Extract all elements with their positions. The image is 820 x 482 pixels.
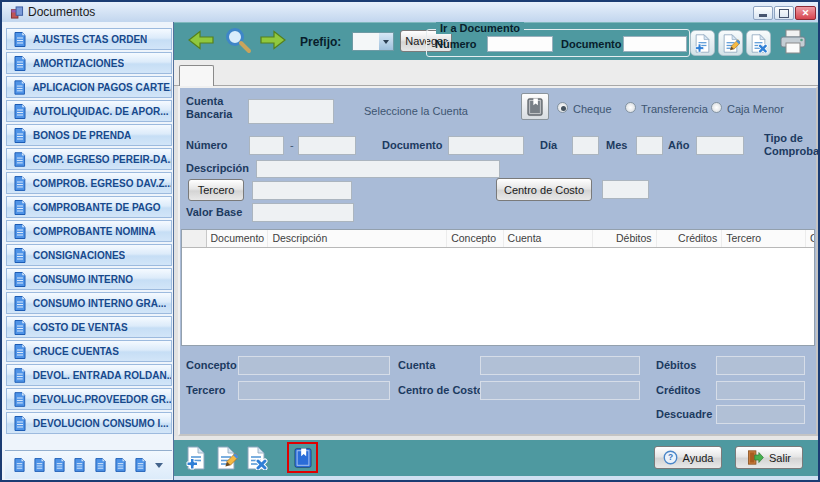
detail-cuenta-field[interactable]	[480, 356, 640, 375]
document-add-icon	[693, 33, 712, 54]
chevron-down-icon[interactable]	[155, 463, 163, 468]
grid-column-concepto[interactable]: Concepto	[447, 230, 503, 247]
centro-de-costo-button[interactable]: Centro de Costo	[496, 178, 592, 201]
combo-arrow-icon	[379, 33, 393, 50]
document-icon	[14, 296, 26, 311]
select-account-button[interactable]	[521, 93, 549, 120]
minimize-button[interactable]	[753, 6, 773, 20]
document-shortcut-icon[interactable]	[14, 458, 25, 472]
sidebar-item-consumo-interno-gra[interactable]: CONSUMO INTERNO GRA...	[6, 292, 172, 314]
document-shortcut-icon[interactable]	[95, 458, 106, 472]
goto-documento-input[interactable]	[623, 36, 687, 52]
sidebar-item-consignaciones[interactable]: CONSIGNACIONES	[6, 244, 172, 266]
edit-document-button[interactable]	[718, 30, 743, 56]
sidebar-item-label: CONSUMO INTERNO	[33, 274, 133, 285]
document-shortcut-icon[interactable]	[34, 458, 45, 472]
ayuda-button[interactable]: Ayuda	[654, 446, 722, 469]
centro-de-costo-input[interactable]	[602, 180, 649, 199]
documento-input[interactable]	[448, 136, 524, 155]
close-button[interactable]	[795, 6, 816, 20]
grid-column-cuenta[interactable]: Cuenta	[504, 230, 593, 247]
document-tab[interactable]	[179, 65, 214, 86]
highlight-box	[287, 442, 318, 473]
sidebar-item-comprobante-nomina[interactable]: COMPROBANTE NOMINA	[6, 220, 172, 242]
sidebar-item-label: COMPROBANTE NOMINA	[33, 226, 156, 237]
centro-de-costo-button-label: Centro de Costo	[504, 184, 584, 196]
sidebar-item-comprob-egreso-dav[interactable]: COMPROB. EGRESO DAV.Z...	[6, 172, 172, 194]
descripcion-label: Descripción	[186, 162, 249, 175]
grid-column-documento[interactable]: Documento	[207, 230, 269, 247]
sidebar-item-label: CONSUMO INTERNO GRA...	[33, 298, 166, 309]
sidebar-item-cruce-cuentas[interactable]: CRUCE CUENTAS	[6, 340, 172, 362]
document-shortcut-icon[interactable]	[74, 458, 85, 472]
document-shortcut-icon[interactable]	[115, 458, 126, 472]
document-icon	[14, 368, 26, 383]
new-record-icon[interactable]	[184, 445, 208, 471]
goto-document-group: Ir a Documento Número Documento	[426, 29, 690, 57]
sidebar-item-comp-egreso-pereir[interactable]: COMP. EGRESO PEREIR-DA...	[6, 148, 172, 170]
grid-column-debitos[interactable]: Débitos	[593, 230, 657, 247]
edit-record-icon[interactable]	[214, 445, 238, 471]
grid-column-tercero[interactable]: Tercero	[722, 230, 806, 247]
sidebar-item-devoluc-proveedor[interactable]: DEVOLUC.PROVEEDOR GR...	[6, 388, 172, 410]
detail-tercero-field[interactable]	[238, 381, 390, 400]
tercero-input[interactable]	[252, 181, 352, 200]
bottom-strip	[174, 476, 820, 482]
maximize-button[interactable]	[774, 6, 794, 20]
sidebar-item-devolucion-consumo[interactable]: DEVOLUCION CONSUMO I...	[6, 412, 172, 434]
grid-body-empty[interactable]	[182, 248, 814, 347]
goto-numero-input[interactable]	[487, 36, 553, 52]
transferencia-radio[interactable]	[625, 102, 636, 113]
detail-concepto-field[interactable]	[238, 356, 390, 375]
tercero-button[interactable]: Tercero	[188, 179, 244, 201]
sidebar-item-aplicacion-pagos[interactable]: APLICACION PAGOS CARTE...	[6, 76, 172, 98]
sidebar-item-devol-entrada-roldan[interactable]: DEVOL. ENTRADA ROLDAN...	[6, 364, 172, 386]
grid-column-creditos[interactable]: Créditos	[657, 230, 723, 247]
document-icon	[14, 152, 26, 167]
sidebar-item-bonos-de-prenda[interactable]: BONOS DE PRENDA	[6, 124, 172, 146]
sidebar-overflow-bar	[5, 450, 172, 479]
sidebar-item-consumo-interno[interactable]: CONSUMO INTERNO	[6, 268, 172, 290]
cheque-radio-label: Cheque	[573, 103, 612, 115]
save-book-icon[interactable]	[293, 447, 313, 469]
sidebar-item-ajustes-ctas-orden[interactable]: AJUSTES CTAS ORDEN	[6, 28, 172, 50]
delete-document-button[interactable]	[746, 30, 771, 56]
numero-prefijo-input[interactable]	[249, 136, 284, 155]
sidebar-item-label: DEVOLUC.PROVEEDOR GR...	[33, 394, 171, 405]
cheque-radio[interactable]	[557, 102, 568, 113]
previous-arrow-icon[interactable]	[188, 30, 214, 50]
goto-numero-label: Número	[435, 38, 477, 51]
add-document-button[interactable]	[690, 30, 715, 56]
app-icon	[10, 6, 24, 19]
document-shortcut-icon[interactable]	[54, 458, 65, 472]
descripcion-input[interactable]	[256, 160, 500, 178]
sidebar-item-comprobante-de-pago[interactable]: COMPROBANTE DE PAGO	[6, 196, 172, 218]
print-icon[interactable]	[778, 29, 808, 55]
search-icon[interactable]	[224, 26, 252, 54]
salir-button[interactable]: Salir	[735, 446, 803, 469]
exit-door-icon	[747, 450, 764, 465]
grid-column-c[interactable]: C	[806, 230, 814, 247]
document-icon	[14, 32, 26, 47]
grid-column-descripcion[interactable]: Descripción	[268, 230, 447, 247]
descuadre-label: Descuadre	[656, 408, 712, 421]
cuenta-bancaria-input[interactable]	[248, 99, 334, 124]
documents-grid[interactable]: Documento Descripción Concepto Cuenta Dé…	[181, 229, 815, 346]
sidebar-item-costo-de-ventas[interactable]: COSTO DE VENTAS	[6, 316, 172, 338]
caja-menor-radio[interactable]	[711, 102, 722, 113]
dia-input[interactable]	[572, 136, 599, 155]
valor-base-input[interactable]	[252, 203, 354, 222]
prefijo-select[interactable]	[352, 32, 394, 51]
sidebar-item-amortizaciones[interactable]: AMORTIZACIONES	[6, 52, 172, 74]
next-arrow-icon[interactable]	[260, 30, 286, 50]
mes-input[interactable]	[636, 136, 663, 155]
sidebar-item-autoliquidac[interactable]: AUTOLIQUIDAC. DE APOR...	[6, 100, 172, 122]
delete-record-icon[interactable]	[244, 445, 268, 471]
cuenta-bancaria-label: Cuenta Bancaria	[186, 95, 244, 121]
sidebar-item-label: DEVOL. ENTRADA ROLDAN...	[33, 370, 171, 381]
title-bar[interactable]: Documentos	[2, 2, 818, 22]
document-shortcut-icon[interactable]	[135, 458, 146, 472]
detail-centro-de-costo-field[interactable]	[480, 381, 640, 400]
numero-input[interactable]	[298, 136, 356, 155]
ano-input[interactable]	[696, 136, 744, 155]
